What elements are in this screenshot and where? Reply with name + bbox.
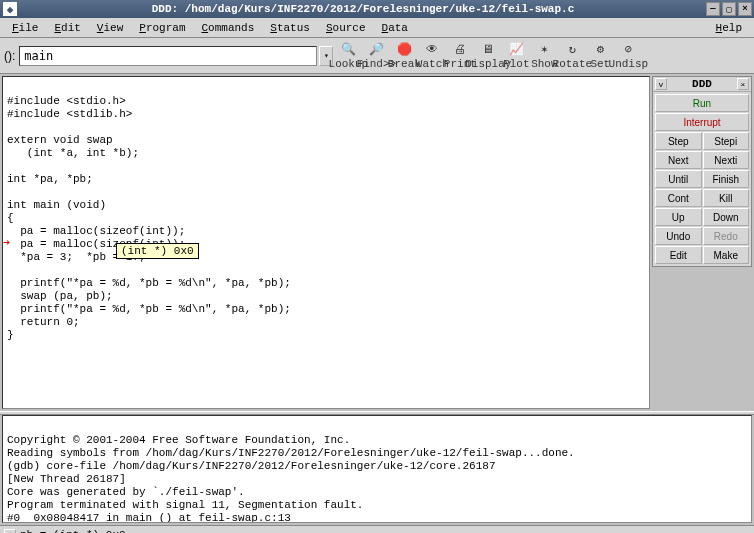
src-line: pa = malloc(sizeof(int)); (7, 225, 185, 237)
lookup-icon: 🔍 (339, 42, 357, 58)
menu-edit[interactable]: Edit (46, 20, 88, 36)
menu-commands[interactable]: Commands (193, 20, 262, 36)
display-button[interactable]: 🖥Display (475, 40, 501, 72)
src-line: swap (pa, pb); (7, 290, 113, 302)
find-button[interactable]: 🔎Find>> (363, 40, 389, 72)
title-bar: ◆ DDD: /hom/dag/Kurs/INF2270/2012/Forele… (0, 0, 754, 18)
console-line: Copyright © 2001-2004 Free Software Foun… (7, 434, 350, 446)
toolbar: (): ▾ 🔍Lookup 🔎Find>> 🛑Break 👁Watch 🖨Pri… (0, 38, 754, 74)
nexti-button[interactable]: Nexti (703, 151, 750, 169)
until-button[interactable]: Until (655, 170, 702, 188)
app-icon: ◆ (3, 2, 17, 16)
console-line: Program terminated with signal 11, Segme… (7, 499, 363, 511)
edit-button[interactable]: Edit (655, 246, 702, 264)
menu-help[interactable]: Help (708, 20, 750, 36)
menu-file[interactable]: File (4, 20, 46, 36)
status-bar: ▵ pb = (int *) 0x0 (0, 525, 754, 533)
kill-button[interactable]: Kill (703, 189, 750, 207)
status-text: pb = (int *) 0x0 (20, 529, 126, 534)
maximize-button[interactable]: ▢ (722, 2, 736, 16)
console-line: (gdb) core-file /hom/dag/Kurs/INF2270/20… (7, 460, 495, 472)
console-line: [New Thread 26187] (7, 473, 126, 485)
next-button[interactable]: Next (655, 151, 702, 169)
current-line-arrow: ➔ (3, 235, 10, 250)
menu-program[interactable]: Program (131, 20, 193, 36)
src-line: #include <stdlib.h> (7, 108, 132, 120)
stepi-button[interactable]: Stepi (703, 132, 750, 150)
src-line: int main (void) (7, 199, 106, 211)
run-button[interactable]: Run (655, 94, 749, 112)
menu-view[interactable]: View (89, 20, 131, 36)
interrupt-button[interactable]: Interrupt (655, 113, 749, 131)
console-line: Core was generated by `./feil-swap'. (7, 486, 245, 498)
plot-icon: 📈 (507, 42, 525, 58)
value-tooltip: (int *) 0x0 (116, 243, 199, 259)
src-line: } (7, 329, 14, 341)
print-icon: 🖨 (451, 42, 469, 58)
watch-button[interactable]: 👁Watch (419, 40, 445, 72)
finish-button[interactable]: Finish (703, 170, 750, 188)
status-grip-icon[interactable]: ▵ (4, 529, 16, 534)
rotate-icon: ↻ (563, 42, 581, 58)
panel-title: DDD (667, 78, 737, 90)
stop-icon: 🛑 (395, 42, 413, 58)
panel-collapse-button[interactable]: v (655, 78, 667, 90)
rotate-button[interactable]: ↻Rotate (559, 40, 585, 72)
arg-input[interactable] (19, 46, 317, 66)
src-line: printf("*pa = %d, *pb = %d\n", *pa, *pb)… (7, 277, 291, 289)
menu-bar: File Edit View Program Commands Status S… (0, 18, 754, 38)
up-button[interactable]: Up (655, 208, 702, 226)
plot-button[interactable]: 📈Plot (503, 40, 529, 72)
console-line: #0 0x08048417 in main () at feil-swap.c:… (7, 512, 291, 523)
redo-button[interactable]: Redo (703, 227, 750, 245)
src-line: #include <stdio.h> (7, 95, 126, 107)
show-icon: ✶ (535, 42, 553, 58)
menu-source[interactable]: Source (318, 20, 374, 36)
undisp-button[interactable]: ⊘Undisp (615, 40, 641, 72)
undo-button[interactable]: Undo (655, 227, 702, 245)
close-button[interactable]: × (738, 2, 752, 16)
down-button[interactable]: Down (703, 208, 750, 226)
arg-label: (): (4, 49, 15, 63)
src-line: return 0; (7, 316, 80, 328)
src-line: { (7, 212, 14, 224)
set-icon: ⚙ (591, 42, 609, 58)
command-panel: v DDD × Run Interrupt Step Stepi Next Ne… (652, 76, 752, 409)
src-line: (int *a, int *b); (7, 147, 139, 159)
src-line: extern void swap (7, 134, 113, 146)
make-button[interactable]: Make (703, 246, 750, 264)
src-line: printf("*pa = %d, *pb = %d\n", *pa, *pb)… (7, 303, 291, 315)
display-icon: 🖥 (479, 42, 497, 58)
break-button[interactable]: 🛑Break (391, 40, 417, 72)
watch-icon: 👁 (423, 42, 441, 58)
source-view[interactable]: ➔#include <stdio.h> #include <stdlib.h> … (2, 76, 650, 409)
minimize-button[interactable]: — (706, 2, 720, 16)
find-icon: 🔎 (367, 42, 385, 58)
panel-close-button[interactable]: × (737, 78, 749, 90)
gdb-console[interactable]: Copyright © 2001-2004 Free Software Foun… (2, 415, 752, 523)
cont-button[interactable]: Cont (655, 189, 702, 207)
step-button[interactable]: Step (655, 132, 702, 150)
src-line: int *pa, *pb; (7, 173, 93, 185)
console-line: Reading symbols from /hom/dag/Kurs/INF22… (7, 447, 575, 459)
menu-status[interactable]: Status (262, 20, 318, 36)
undisp-icon: ⊘ (619, 42, 637, 58)
menu-data[interactable]: Data (374, 20, 416, 36)
window-title: DDD: /hom/dag/Kurs/INF2270/2012/Forelesn… (20, 3, 706, 15)
